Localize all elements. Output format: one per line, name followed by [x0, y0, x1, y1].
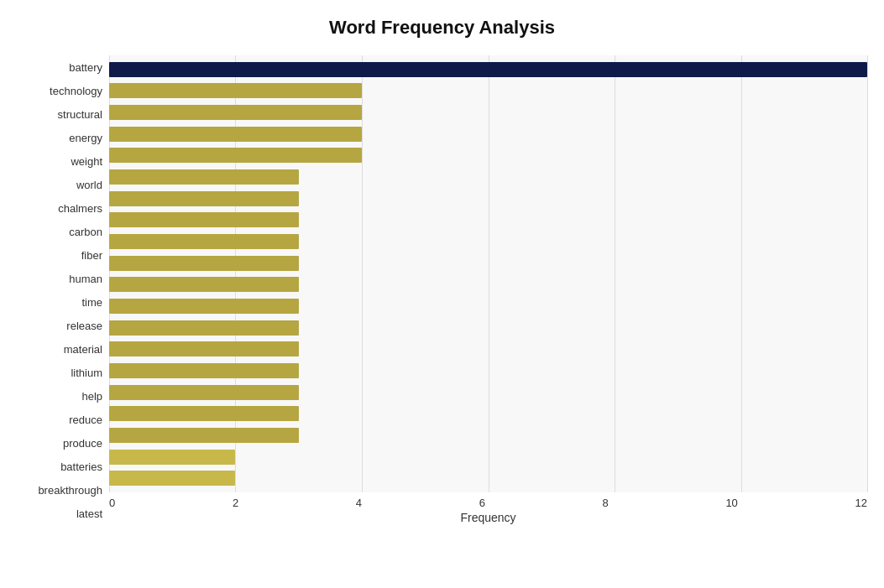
bar-row — [109, 231, 867, 252]
bar-breakthrough — [109, 450, 235, 465]
bar-row — [109, 210, 867, 232]
bar-row — [109, 382, 867, 403]
bar-time — [109, 277, 299, 292]
bar-row — [109, 145, 867, 167]
x-axis: 024681012 Frequency — [109, 492, 867, 526]
bar-carbon — [109, 212, 299, 227]
y-axis: batterytechnologystructuralenergyweightw… — [17, 55, 109, 526]
y-label: battery — [69, 56, 102, 78]
chart-container: Word Frequency Analysis batterytechnolog… — [0, 0, 884, 588]
y-label: carbon — [69, 221, 102, 242]
y-label: reduce — [69, 409, 102, 431]
chart-title: Word Frequency Analysis — [17, 17, 867, 39]
bar-row — [109, 101, 867, 123]
y-label: produce — [63, 433, 102, 455]
bar-row — [109, 123, 867, 145]
y-label: lithium — [71, 362, 102, 384]
bar-help — [109, 363, 299, 378]
x-tick: 10 — [725, 497, 737, 509]
x-tick: 6 — [479, 497, 485, 509]
bar-row — [109, 424, 867, 446]
grid-line — [867, 55, 868, 492]
bar-row — [109, 59, 867, 81]
y-label: fiber — [81, 244, 102, 266]
bar-row — [109, 339, 867, 361]
bar-reduce — [109, 385, 299, 400]
y-label: time — [81, 291, 102, 313]
y-label: structural — [58, 103, 102, 125]
y-label: human — [69, 268, 102, 289]
y-label: technology — [50, 80, 102, 101]
x-tick: 4 — [356, 497, 362, 509]
bar-battery — [109, 62, 867, 77]
bars-container — [109, 55, 867, 492]
bar-lithium — [109, 341, 299, 356]
bar-row — [109, 403, 867, 425]
x-tick: 8 — [603, 497, 609, 509]
bar-row — [109, 295, 867, 317]
bar-release — [109, 299, 299, 314]
y-label: material — [64, 339, 102, 361]
bar-row — [109, 467, 867, 489]
bar-technology — [109, 83, 362, 98]
bar-row — [109, 360, 867, 382]
y-label: breakthrough — [38, 480, 102, 502]
bar-structural — [109, 105, 362, 120]
bar-row — [109, 446, 867, 468]
bar-row — [109, 317, 867, 339]
bar-material — [109, 320, 299, 336]
bar-row — [109, 166, 867, 188]
x-axis-label: Frequency — [109, 511, 867, 524]
bar-row — [109, 274, 867, 296]
y-label: release — [66, 315, 102, 337]
bar-produce — [109, 406, 299, 421]
bar-row — [109, 81, 867, 102]
y-label: energy — [69, 127, 102, 148]
x-tick: 12 — [855, 497, 866, 509]
bar-fiber — [109, 234, 299, 249]
bar-weight — [109, 148, 362, 163]
chart-area: batterytechnologystructuralenergyweightw… — [17, 55, 867, 526]
y-label: world — [76, 174, 102, 195]
y-label: batteries — [60, 456, 102, 478]
bar-world — [109, 169, 299, 185]
y-label: latest — [76, 503, 102, 525]
grid-and-bars — [109, 55, 867, 492]
bar-human — [109, 256, 299, 271]
y-label: weight — [71, 150, 102, 172]
bar-row — [109, 188, 867, 210]
bar-row — [109, 252, 867, 274]
x-tick: 2 — [233, 497, 238, 509]
bar-chalmers — [109, 191, 299, 206]
x-tick: 0 — [109, 497, 115, 509]
plot-area: 024681012 Frequency — [109, 55, 867, 526]
bar-energy — [109, 127, 362, 142]
bar-batteries — [109, 428, 299, 443]
y-label: chalmers — [58, 197, 102, 219]
bar-latest — [109, 471, 235, 486]
y-label: help — [81, 386, 102, 408]
